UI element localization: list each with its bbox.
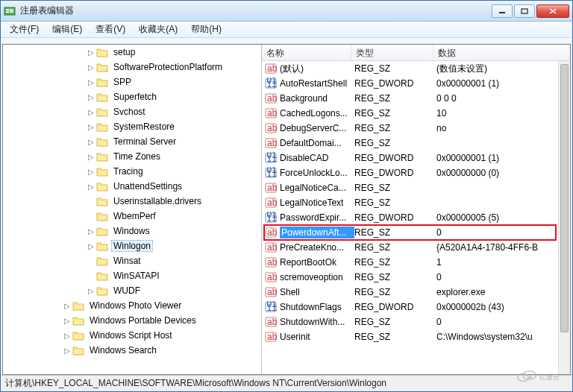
value-name: LegalNoticeText [280,197,354,208]
tree-item[interactable]: ▷Winlogon [3,238,261,253]
tree-item[interactable]: ▷Terminal Server [3,134,261,149]
tree-item[interactable]: ▷Svchost [3,104,261,119]
list-row[interactable]: abReportBootOkREG_SZ1 [262,255,570,270]
list-row[interactable]: abShellREG_SZexplorer.exe [262,285,570,300]
expand-icon[interactable]: ▷ [87,123,95,131]
folder-icon [96,92,108,102]
column-data[interactable]: 数据 [433,45,570,60]
status-path: 计算机\HKEY_LOCAL_MACHINE\SOFTWARE\Microsof… [5,377,386,390]
expand-icon[interactable]: ▷ [87,183,95,191]
value-data: (数值未设置) [436,63,570,75]
registry-tree[interactable]: ▷setup▷SoftwareProtectionPlatform▷SPP▷Su… [3,45,262,374]
tree-item[interactable]: ▷Windows Photo Viewer [3,298,261,313]
value-name: DefaultDomai... [280,138,354,148]
list-row[interactable]: 011110ForceUnlockLo...REG_DWORD0x0000000… [262,165,570,180]
tree-item[interactable]: ▷SystemRestore [3,119,261,134]
vertical-scrollbar[interactable] [558,61,570,374]
list-row[interactable]: 011110PasswordExpir...REG_DWORD0x0000000… [262,210,570,225]
list-row[interactable]: abShutdownWith...REG_SZ0 [262,314,570,329]
client-area: ▷setup▷SoftwareProtectionPlatform▷SPP▷Su… [2,44,571,375]
tree-item[interactable]: ▷SPP [3,75,261,89]
expand-icon[interactable]: ▷ [87,242,95,250]
expand-icon[interactable]: ▷ [87,153,95,161]
tree-item[interactable]: ▷Windows Script Host [3,328,261,343]
folder-icon [96,271,108,281]
tree-item[interactable]: ▷Tracing [3,164,261,179]
expand-icon[interactable]: ▷ [87,48,95,57]
expand-icon[interactable]: ▷ [63,317,71,325]
column-type[interactable]: 类型 [351,45,433,60]
tree-item[interactable]: ▷setup [3,45,261,60]
close-button[interactable] [536,4,569,18]
list-row[interactable]: abPreCreateKno...REG_SZ{A520A1A4-1780-4F… [262,240,570,255]
expand-icon[interactable]: ▷ [63,332,71,340]
list-row[interactable]: abDefaultDomai...REG_SZ [262,136,570,151]
tree-item-label: Winsat [111,255,143,267]
expand-icon [87,212,95,221]
minimize-button[interactable] [492,4,513,18]
scrollbar-thumb[interactable] [560,64,569,332]
value-name: AutoRestartShell [280,78,354,89]
expand-icon[interactable]: ▷ [63,347,71,355]
binary-value-icon: 011110 [265,301,277,313]
expand-icon[interactable]: ▷ [87,63,95,72]
menu-help[interactable]: 帮助(H) [185,22,228,37]
menu-file[interactable]: 文件(F) [4,22,45,37]
value-name: Userinit [280,332,354,342]
folder-icon [72,346,84,355]
expand-icon[interactable]: ▷ [87,108,95,116]
expand-icon[interactable]: ▷ [87,78,95,86]
tree-item-label: UnattendSettings [111,180,184,192]
tree-item[interactable]: WbemPerf [3,209,261,224]
expand-icon[interactable]: ▷ [87,287,95,295]
value-type: REG_SZ [354,138,436,148]
tree-item[interactable]: ▷Windows [3,224,261,238]
tree-item[interactable]: Userinstallable.drivers [3,194,261,209]
expand-icon[interactable]: ▷ [87,93,95,101]
folder-icon [96,227,108,236]
string-value-icon: ab [265,92,277,104]
value-name: Shell [280,287,354,297]
menu-edit[interactable]: 编辑(E) [46,22,88,37]
list-row[interactable]: abBackgroundREG_SZ0 0 0 [262,91,570,106]
expand-icon[interactable]: ▷ [87,138,95,146]
tree-item[interactable]: ▷Windows Search [3,343,261,358]
binary-value-icon: 011110 [265,152,277,164]
titlebar[interactable]: 注册表编辑器 [1,1,572,22]
column-name[interactable]: 名称 [262,45,351,60]
tree-item[interactable]: WinSATAPI [3,268,261,283]
list-row[interactable]: abUserinitREG_SZC:\Windows\system32\u [262,329,570,344]
expand-icon[interactable]: ▷ [87,227,95,235]
list-row[interactable]: 011110DisableCADREG_DWORD0x00000001 (1) [262,151,570,165]
tree-item[interactable]: ▷Superfetch [3,89,261,104]
tree-item[interactable]: ▷WUDF [3,283,261,298]
menu-favorites[interactable]: 收藏夹(A) [133,22,184,37]
list-row[interactable]: abLegalNoticeTextREG_SZ [262,195,570,210]
list-row[interactable]: ab(默认)REG_SZ(数值未设置) [262,61,570,76]
tree-item[interactable]: ▷SoftwareProtectionPlatform [3,60,261,75]
list-row[interactable]: 011110AutoRestartShellREG_DWORD0x0000000… [262,76,570,91]
svg-rect-3 [10,9,13,13]
list-row[interactable]: abLegalNoticeCa...REG_SZ [262,180,570,195]
tree-item[interactable]: ▷Time Zones [3,149,261,164]
tree-item[interactable]: ▷Windows Portable Devices [3,313,261,328]
maximize-button[interactable] [514,4,535,18]
values-list[interactable]: 名称 类型 数据 ab(默认)REG_SZ(数值未设置)011110AutoRe… [262,45,570,374]
list-row[interactable]: 011110ShutdownFlagsREG_DWORD0x0000002b (… [262,300,570,314]
list-row[interactable]: abPowerdownAft...REG_SZ0 [262,225,570,240]
value-name: CachedLogons... [280,108,354,118]
list-row[interactable]: abDebugServerC...REG_SZno [262,121,570,136]
folder-icon [96,256,108,266]
tree-item[interactable]: ▷UnattendSettings [3,179,261,194]
folder-icon [96,63,108,72]
tree-item[interactable]: Winsat [3,253,261,268]
value-type: REG_SZ [354,317,436,327]
folder-icon [72,301,84,311]
list-row[interactable]: abCachedLogons...REG_SZ10 [262,106,570,121]
expand-icon[interactable]: ▷ [87,168,95,176]
menu-view[interactable]: 查看(V) [90,22,131,37]
list-row[interactable]: abscremoveoptionREG_SZ0 [262,270,570,285]
expand-icon[interactable]: ▷ [63,302,71,310]
list-header[interactable]: 名称 类型 数据 [262,45,570,61]
tree-item-label: Svchost [111,106,148,118]
